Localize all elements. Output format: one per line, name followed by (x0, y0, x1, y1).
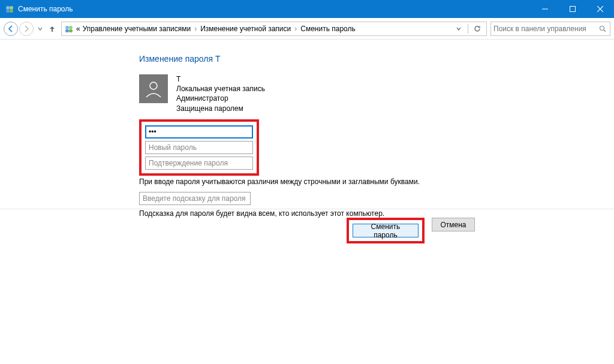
address-bar[interactable]: « Управление учетными записями › Изменен… (61, 22, 487, 36)
location-icon (64, 24, 74, 34)
user-info-text: T Локальная учетная запись Администратор… (176, 74, 265, 113)
svg-point-0 (6, 6, 10, 10)
svg-line-13 (604, 30, 606, 32)
address-history-dropdown[interactable] (453, 26, 464, 31)
change-password-button[interactable]: Сменить пароль (353, 224, 419, 237)
svg-rect-11 (69, 29, 73, 32)
svg-rect-10 (65, 29, 69, 32)
nav-back-button[interactable] (4, 22, 18, 36)
breadcrumb-item[interactable]: Изменение учетной записи (200, 25, 291, 33)
breadcrumb-item[interactable]: Сменить пароль (300, 25, 356, 33)
svg-rect-4 (542, 9, 548, 10)
breadcrumb-item[interactable]: Управление учетными записями (83, 25, 191, 33)
confirm-password-input[interactable] (145, 157, 253, 170)
search-input[interactable] (493, 25, 598, 33)
svg-point-8 (65, 26, 69, 29)
spacer (139, 218, 339, 243)
avatar (139, 74, 168, 103)
button-bar: Сменить пароль Отмена (0, 209, 614, 252)
svg-point-9 (69, 26, 73, 29)
chevron-right-icon: › (293, 25, 298, 33)
page-title: Изменение пароля T (139, 54, 609, 64)
svg-rect-5 (570, 7, 576, 12)
svg-rect-2 (6, 10, 10, 13)
protection-label: Защищена паролем (176, 104, 265, 113)
chevron-right-icon: › (193, 25, 198, 33)
username-label: T (176, 74, 265, 84)
search-box[interactable] (490, 22, 610, 36)
window-controls (531, 0, 614, 18)
password-hint-input[interactable] (139, 192, 251, 205)
user-info-row: T Локальная учетная запись Администратор… (139, 74, 609, 113)
maximize-button[interactable] (559, 0, 586, 18)
search-icon (598, 25, 607, 32)
nav-up-button[interactable] (47, 22, 58, 36)
close-button[interactable] (586, 0, 614, 18)
primary-button-highlight: Сменить пароль (347, 218, 425, 243)
role-label: Администратор (176, 94, 265, 103)
cancel-button[interactable]: Отмена (432, 218, 475, 231)
app-icon (5, 4, 14, 14)
nav-history-dropdown[interactable] (35, 22, 46, 36)
svg-point-12 (600, 26, 604, 30)
svg-point-1 (10, 6, 13, 10)
content-area: Изменение пароля T T Локальная учетная з… (0, 40, 614, 218)
refresh-button[interactable] (472, 25, 483, 32)
svg-rect-3 (10, 10, 13, 13)
minimize-button[interactable] (531, 0, 559, 18)
current-password-input[interactable] (145, 125, 253, 139)
divider (468, 24, 468, 34)
window-title: Сменить пароль (18, 5, 73, 13)
case-sensitive-note: При вводе пароля учитываются различия ме… (139, 178, 609, 186)
password-fields-highlight (139, 119, 259, 176)
window-titlebar: Сменить пароль (0, 0, 614, 18)
svg-point-14 (150, 82, 157, 89)
account-type-label: Локальная учетная запись (176, 84, 265, 94)
toolbar: « Управление учетными записями › Изменен… (0, 18, 614, 40)
new-password-input[interactable] (145, 141, 253, 154)
breadcrumb-prefix: « (76, 25, 80, 33)
nav-forward-button[interactable] (19, 22, 34, 36)
